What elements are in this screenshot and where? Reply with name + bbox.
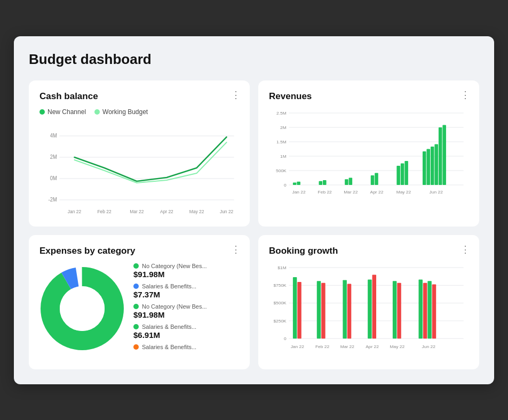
revenues-card: Revenues ⋮ 2.5M 2M 1.5M 1M 500K xyxy=(258,80,479,227)
svg-text:0: 0 xyxy=(284,182,287,187)
svg-text:4M: 4M xyxy=(50,132,57,138)
cash-balance-legend: New Channel Working Budget xyxy=(39,108,239,116)
svg-point-51 xyxy=(60,286,105,331)
expense-label-4: Salaries & Benefits... xyxy=(133,324,239,330)
svg-rect-37 xyxy=(423,151,426,185)
revenues-menu[interactable]: ⋮ xyxy=(461,89,471,101)
svg-text:0: 0 xyxy=(284,336,287,341)
svg-rect-31 xyxy=(349,177,353,185)
svg-rect-68 xyxy=(368,279,371,338)
svg-text:$750K: $750K xyxy=(273,283,287,288)
svg-rect-62 xyxy=(293,277,297,338)
expense-label-1: No Category (New Bes... xyxy=(133,263,239,269)
svg-text:Mar 22: Mar 22 xyxy=(130,208,144,214)
expense-label-3: No Category (New Bes... xyxy=(133,303,239,310)
svg-rect-40 xyxy=(434,144,438,185)
svg-rect-28 xyxy=(319,181,323,184)
svg-rect-64 xyxy=(317,281,321,338)
svg-rect-26 xyxy=(293,182,297,185)
svg-rect-36 xyxy=(404,161,408,185)
legend-item-new-channel: New Channel xyxy=(39,108,86,116)
cash-balance-svg: 4M 2M 0M -2M Jan 22 Feb 22 Mar 22 Apr 22… xyxy=(39,120,239,216)
expenses-card: Expenses by category ⋮ xyxy=(29,235,250,369)
svg-rect-27 xyxy=(297,181,300,184)
svg-text:Feb 22: Feb 22 xyxy=(97,208,111,214)
svg-rect-70 xyxy=(393,281,396,338)
expenses-title: Expenses by category xyxy=(39,246,239,256)
booking-svg: $1M $750K $500K $250K 0 xyxy=(269,263,469,359)
svg-rect-42 xyxy=(442,125,446,185)
svg-rect-72 xyxy=(419,279,423,338)
svg-rect-35 xyxy=(401,163,404,185)
svg-text:Jan 22: Jan 22 xyxy=(291,344,305,349)
svg-rect-67 xyxy=(347,284,351,338)
legend-item-working-budget: Working Budget xyxy=(94,108,148,116)
svg-text:Mar 22: Mar 22 xyxy=(340,344,355,349)
booking-chart: $1M $750K $500K $250K 0 xyxy=(269,263,469,359)
svg-text:Feb 22: Feb 22 xyxy=(318,190,332,195)
svg-text:2M: 2M xyxy=(280,125,287,130)
svg-rect-34 xyxy=(396,166,400,185)
svg-text:$250K: $250K xyxy=(273,318,287,323)
svg-text:1.5M: 1.5M xyxy=(276,139,287,144)
svg-rect-75 xyxy=(432,284,436,338)
svg-rect-66 xyxy=(343,280,346,338)
svg-text:0M: 0M xyxy=(50,175,57,181)
svg-text:Jan 22: Jan 22 xyxy=(68,208,81,214)
svg-text:$1M: $1M xyxy=(277,265,286,270)
cash-balance-title: Cash balance xyxy=(39,91,239,102)
expense-dot-4 xyxy=(133,324,139,329)
svg-text:2.5M: 2.5M xyxy=(276,110,287,115)
svg-text:Jan 22: Jan 22 xyxy=(292,190,306,195)
expenses-menu[interactable]: ⋮ xyxy=(231,244,241,255)
cash-balance-menu[interactable]: ⋮ xyxy=(231,89,241,101)
svg-rect-32 xyxy=(371,175,375,185)
svg-text:Mar 22: Mar 22 xyxy=(344,190,358,195)
revenues-chart: 2.5M 2M 1.5M 1M 500K 0 xyxy=(269,108,469,204)
donut-svg xyxy=(39,266,125,351)
svg-text:May 22: May 22 xyxy=(189,208,204,214)
expenses-content: No Category (New Bes... $91.98M Salaries… xyxy=(39,263,239,354)
svg-text:500K: 500K xyxy=(276,168,287,173)
expense-dot-5 xyxy=(133,344,139,350)
svg-rect-33 xyxy=(375,173,378,185)
svg-text:-2M: -2M xyxy=(49,196,57,202)
expense-value-2: $7.37M xyxy=(133,290,239,299)
svg-text:1M: 1M xyxy=(280,154,287,158)
cash-balance-chart: 4M 2M 0M -2M Jan 22 Feb 22 Mar 22 Apr 22… xyxy=(39,120,239,216)
revenues-title: Revenues xyxy=(269,91,469,102)
svg-rect-65 xyxy=(321,282,325,338)
svg-text:Feb 22: Feb 22 xyxy=(315,344,330,349)
expenses-legend: No Category (New Bes... $91.98M Salaries… xyxy=(133,263,239,354)
expense-dot-3 xyxy=(133,304,139,309)
expense-label-2: Salaries & Benefits... xyxy=(133,283,239,289)
svg-text:Jun 22: Jun 22 xyxy=(430,190,443,195)
expense-item-3: No Category (New Bes... $91.98M xyxy=(133,303,239,319)
booking-growth-menu[interactable]: ⋮ xyxy=(461,244,471,255)
expense-item-1: No Category (New Bes... $91.98M xyxy=(133,263,239,279)
working-budget-label: Working Budget xyxy=(102,108,148,116)
expense-item-5: Salaries & Benefits... xyxy=(133,344,239,350)
booking-growth-card: Booking growth ⋮ $1M $750K $500K $250K 0 xyxy=(258,235,479,369)
expense-value-3: $91.98M xyxy=(133,310,239,319)
donut-chart xyxy=(39,266,125,351)
expense-label-5: Salaries & Benefits... xyxy=(133,344,239,350)
booking-growth-title: Booking growth xyxy=(269,246,469,256)
svg-rect-29 xyxy=(323,180,327,185)
svg-rect-69 xyxy=(372,274,376,338)
svg-rect-30 xyxy=(345,179,348,185)
new-channel-label: New Channel xyxy=(47,108,86,116)
expense-item-2: Salaries & Benefits... $7.37M xyxy=(133,283,239,299)
svg-text:Apr 22: Apr 22 xyxy=(370,190,384,195)
svg-text:Apr 22: Apr 22 xyxy=(160,208,173,214)
page-title: Budget dashboard xyxy=(29,51,479,68)
svg-rect-71 xyxy=(397,282,401,338)
revenues-svg: 2.5M 2M 1.5M 1M 500K 0 xyxy=(269,108,469,204)
svg-rect-73 xyxy=(423,282,427,338)
cash-balance-card: Cash balance ⋮ New Channel Working Budge… xyxy=(29,80,250,227)
svg-text:2M: 2M xyxy=(50,154,57,159)
svg-text:Apr 22: Apr 22 xyxy=(366,344,379,349)
svg-text:Jun 22: Jun 22 xyxy=(220,208,233,214)
svg-text:$500K: $500K xyxy=(273,301,287,305)
dashboard-grid: Cash balance ⋮ New Channel Working Budge… xyxy=(29,80,479,369)
